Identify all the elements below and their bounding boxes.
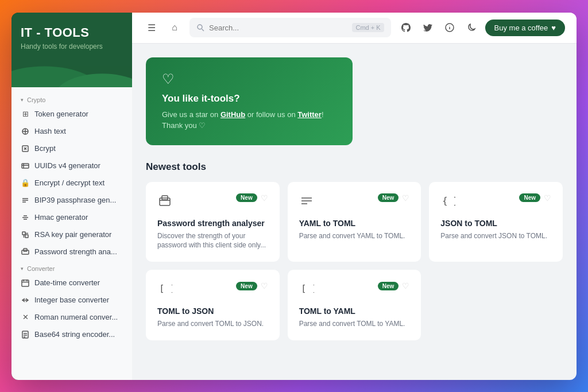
bcrypt-icon: [21, 144, 30, 153]
password-strength-icon: [21, 247, 30, 257]
wave-decoration: [11, 59, 132, 87]
nav-item-uuids[interactable]: UUIDs v4 generator: [11, 157, 132, 174]
github-link[interactable]: GitHub: [220, 110, 245, 119]
card-header-1: New ♡: [157, 193, 268, 212]
twitter-icon: [423, 23, 432, 32]
sidebar-nav: ▾ Crypto ⊞ Token generator Hash text Bcr…: [11, 87, 132, 380]
badge-new-2: New: [378, 193, 399, 202]
card-title-1: Password strength analyser: [157, 219, 268, 228]
bip39-icon: [21, 196, 30, 205]
card-desc-1: Discover the strength of your password w…: [157, 231, 268, 251]
sidebar-subtitle: Handy tools for developers: [21, 42, 123, 51]
card-toml-json[interactable]: [ ] New ♡ TOML to JSON Parse and convert…: [146, 270, 280, 340]
banner-heart-icon: ♡: [162, 71, 336, 87]
github-button[interactable]: [398, 20, 414, 36]
card-badges-2: New ♡: [378, 193, 410, 203]
nav-item-password-strength[interactable]: Password strength ana...: [11, 243, 132, 261]
nav-item-roman-numeral[interactable]: ✕ Roman numeral conver...: [11, 309, 132, 326]
card-badges-3: New ♡: [519, 193, 551, 203]
token-generator-icon: ⊞: [21, 110, 30, 119]
sidebar-title: IT - TOOLS: [21, 25, 123, 40]
lock-icon: 🔒: [21, 178, 30, 188]
theme-button[interactable]: [463, 20, 479, 36]
nav-item-hash-text[interactable]: Hash text: [11, 123, 132, 140]
uuids-icon: [21, 161, 30, 170]
password-analyser-icon: [157, 193, 172, 212]
card-password-analyser[interactable]: New ♡ Password strength analyser Discove…: [146, 182, 280, 262]
topbar-actions: Buy me a coffee ♥: [398, 20, 565, 36]
fav-icon-5[interactable]: ♡: [402, 281, 409, 290]
json-toml-icon: { }: [440, 193, 455, 212]
fav-icon-3[interactable]: ♡: [544, 193, 551, 203]
search-input[interactable]: [209, 24, 347, 32]
search-shortcut: Cmd + K: [352, 23, 384, 32]
search-icon: [196, 24, 204, 32]
topbar: ☰ ⌂ Cmd + K: [132, 13, 577, 44]
sidebar-header: IT - TOOLS Handy tools for developers: [11, 13, 132, 60]
nav-item-bcrypt[interactable]: Bcrypt: [11, 140, 132, 157]
toml-yaml-icon: [ ]: [299, 281, 314, 300]
info-button[interactable]: [442, 20, 458, 36]
card-json-toml[interactable]: { } New ♡ JSON to TOML Parse and convert…: [429, 182, 563, 262]
svg-text:[ ]: [ ]: [301, 283, 314, 294]
chevron-icon: ▾: [21, 97, 24, 103]
svg-point-32: [198, 25, 202, 29]
svg-rect-8: [22, 164, 29, 168]
content-area: ♡ You like it-tools? Give us a star on G…: [132, 44, 577, 380]
sidebar-header-wrap: IT - TOOLS Handy tools for developers: [11, 13, 132, 87]
twitter-link[interactable]: Twitter: [297, 110, 322, 119]
twitter-button[interactable]: [420, 20, 436, 36]
card-title-5: TOML to YAML: [299, 306, 410, 316]
nav-item-base64[interactable]: Base64 string encoder...: [11, 326, 132, 343]
card-yaml-toml[interactable]: New ♡ YAML to TOML Parse and convert YAM…: [288, 182, 421, 262]
banner: ♡ You like it-tools? Give us a star on G…: [146, 57, 353, 145]
hmac-icon: [21, 213, 30, 222]
fav-icon-4[interactable]: ♡: [261, 281, 268, 290]
roman-icon: ✕: [21, 313, 30, 322]
svg-rect-23: [22, 280, 29, 286]
home-button[interactable]: ⌂: [167, 20, 183, 36]
base64-icon: [21, 330, 30, 339]
hash-text-icon: [21, 127, 30, 136]
card-header-2: New ♡: [299, 193, 410, 212]
section-title-newest: Newest tools: [146, 161, 563, 173]
nav-item-encrypt-decrypt[interactable]: 🔒 Encrypt / decrypt text: [11, 174, 132, 192]
toml-json-icon: [ ]: [157, 281, 172, 300]
nav-section-crypto: ▾ Crypto: [11, 92, 132, 106]
card-desc-5: Parse and convert TOML to YAML.: [299, 319, 410, 329]
main-content: ☰ ⌂ Cmd + K: [132, 13, 577, 380]
sidebar: IT - TOOLS Handy tools for developers ▾ …: [11, 13, 132, 380]
coffee-heart-icon: ♥: [551, 24, 556, 32]
integer-base-icon: [21, 296, 30, 305]
card-header-3: { } New ♡: [440, 193, 551, 212]
nav-section-converter: ▾ Converter: [11, 261, 132, 274]
card-desc-3: Parse and convert JSON to TOML.: [440, 231, 551, 241]
card-title-3: JSON to TOML: [440, 219, 551, 228]
banner-title: You like it-tools?: [162, 93, 336, 104]
nav-item-bip39[interactable]: BIP39 passphrase gen...: [11, 192, 132, 209]
yaml-toml-icon: [299, 193, 314, 212]
fav-icon-1[interactable]: ♡: [261, 193, 268, 203]
info-icon: [445, 23, 454, 32]
svg-rect-17: [22, 232, 25, 235]
github-icon: [401, 23, 411, 32]
menu-button[interactable]: ☰: [144, 20, 160, 36]
moon-icon: [467, 23, 476, 32]
nav-item-hmac[interactable]: Hmac generator: [11, 209, 132, 226]
fav-icon-2[interactable]: ♡: [402, 193, 409, 203]
coffee-button[interactable]: Buy me a coffee ♥: [485, 20, 565, 36]
card-desc-4: Parse and convert TOML to JSON.: [157, 319, 268, 329]
nav-item-rsa[interactable]: RSA key pair generator: [11, 226, 132, 243]
badge-new-4: New: [236, 282, 257, 290]
nav-item-token-generator[interactable]: ⊞ Token generator: [11, 106, 132, 123]
card-toml-yaml[interactable]: [ ] New ♡ TOML to YAML Parse and convert…: [288, 270, 421, 340]
svg-text:{ }: { }: [442, 195, 455, 206]
chevron-converter-icon: ▾: [21, 266, 24, 271]
nav-item-integer-base[interactable]: Integer base converter: [11, 292, 132, 309]
cards-grid: New ♡ Password strength analyser Discove…: [146, 182, 563, 340]
svg-point-36: [449, 26, 450, 26]
card-title-4: TOML to JSON: [157, 306, 268, 316]
svg-text:[ ]: [ ]: [159, 283, 172, 294]
nav-item-datetime[interactable]: Date-time converter: [11, 274, 132, 292]
banner-text: Give us a star on GitHub or follow us on…: [162, 109, 336, 131]
